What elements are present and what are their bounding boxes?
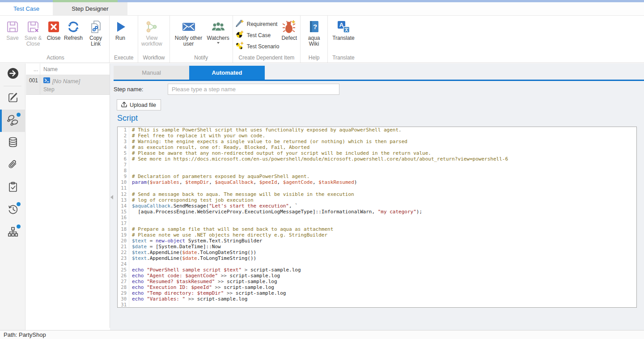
steps-badge bbox=[17, 113, 21, 117]
save-button[interactable]: Save bbox=[4, 17, 21, 41]
hierarchy-badge bbox=[17, 225, 21, 229]
code-line: 20$text = new-object System.Text.StringB… bbox=[118, 238, 636, 244]
active-tab-underline bbox=[114, 80, 644, 81]
code-line: 5# Please be aware that any non-redirect… bbox=[118, 150, 636, 156]
create-requirement-button[interactable]: Requirement bbox=[236, 19, 280, 29]
translate-button[interactable]: A Translate bbox=[331, 17, 356, 41]
database-icon bbox=[7, 136, 19, 150]
app-window: Test Case Step Designer Save Save & Clos… bbox=[0, 0, 644, 339]
panel-collapse-arrow-icon[interactable] bbox=[110, 195, 113, 199]
ribbon-group-notify: Notify other user Watchers Notify bbox=[169, 16, 233, 63]
code-line: 9# Declaration of parameters exposed by … bbox=[118, 174, 636, 179]
script-code-editor[interactable]: 1# This is sample PowerShell script that… bbox=[117, 127, 637, 308]
code-line: 19# Please note we use .NET objects here… bbox=[118, 232, 636, 238]
create-test-scenario-button[interactable]: Test Scenario bbox=[236, 41, 280, 51]
close-button[interactable]: Close bbox=[45, 17, 63, 41]
svg-text:?: ? bbox=[313, 23, 317, 30]
copy-link-label: Copy Link bbox=[85, 35, 106, 47]
create-test-case-button[interactable]: Test Case bbox=[236, 30, 280, 40]
view-workflow-button[interactable]: View workflow bbox=[140, 17, 163, 47]
tab-step-designer[interactable]: Step Designer bbox=[53, 2, 127, 15]
tab-automated[interactable]: Automated bbox=[189, 66, 265, 80]
sidebar-item-data[interactable] bbox=[0, 132, 25, 154]
ribbon: Save Save & Close Close bbox=[0, 16, 644, 63]
view-workflow-label: View workflow bbox=[141, 35, 162, 47]
arrow-right-circle-icon bbox=[7, 68, 19, 81]
column-header-more: ... bbox=[26, 64, 40, 75]
refresh-button[interactable]: Refresh bbox=[63, 17, 84, 41]
sidebar-item-hierarchy[interactable] bbox=[0, 221, 25, 244]
ribbon-group-help: ? aqua Wiki Help bbox=[300, 16, 327, 63]
code-line: 31 bbox=[118, 302, 636, 308]
translate-icon: A bbox=[337, 18, 350, 35]
upload-file-button[interactable]: Upload file bbox=[117, 99, 161, 110]
sidebar-item-steps[interactable] bbox=[0, 110, 25, 132]
steps-list-header: ... Name bbox=[26, 64, 110, 75]
step-name-input[interactable] bbox=[168, 84, 339, 95]
save-icon bbox=[6, 18, 19, 35]
code-line: 26echo "Agent code: $agentCode" >> scrip… bbox=[118, 273, 636, 279]
code-line: 3# Warning: the engine expects a single … bbox=[118, 139, 636, 144]
code-line: 16 bbox=[118, 215, 636, 220]
create-requirement-label: Requirement bbox=[247, 21, 278, 27]
code-line: 29echo "Temp directory: $tempDir" >> scr… bbox=[118, 290, 636, 296]
mail-icon bbox=[182, 18, 196, 35]
run-icon bbox=[114, 18, 127, 35]
sidebar-item-checklist[interactable] bbox=[0, 177, 25, 199]
test-case-icon bbox=[236, 30, 244, 40]
history-badge bbox=[17, 202, 21, 206]
copy-link-button[interactable]: Copy Link bbox=[84, 17, 107, 47]
sidebar-item-edit[interactable] bbox=[0, 87, 25, 110]
code-line: 15 [aqua.ProcessEngine.WebServiceProxy.E… bbox=[118, 209, 636, 215]
paperclip-icon bbox=[7, 159, 19, 172]
tab-manual[interactable]: Manual bbox=[114, 66, 189, 80]
code-line: 27echo "Resumed? $taskResumed" >> script… bbox=[118, 279, 636, 284]
code-line: 28echo "Execution ID: $peeId" >> script-… bbox=[118, 284, 636, 290]
step-name-label: Step name: bbox=[114, 86, 168, 93]
create-test-scenario-label: Test Scenario bbox=[247, 43, 280, 50]
code-line: 21$date = [System.DateTime]::Now bbox=[118, 244, 636, 250]
notify-other-user-label: Notify other user bbox=[173, 35, 204, 47]
code-line: 6# See more in https://docs.microsoft.co… bbox=[118, 156, 636, 162]
code-line: 18# Prepare a sample file that will be s… bbox=[118, 226, 636, 232]
left-sidebar bbox=[0, 64, 25, 330]
group-label-create-dependent-item: Create Dependent Item bbox=[235, 55, 298, 63]
step-row[interactable]: 001 [No Name] Step bbox=[26, 75, 110, 95]
tab-automated-label: Automated bbox=[212, 69, 242, 76]
watchers-button[interactable]: Watchers bbox=[206, 17, 231, 44]
tab-test-case[interactable]: Test Case bbox=[0, 2, 53, 15]
code-line: 11 bbox=[118, 185, 636, 191]
aqua-wiki-label: aqua Wiki bbox=[304, 35, 324, 47]
run-button[interactable]: Run bbox=[111, 17, 129, 41]
tab-test-case-label: Test Case bbox=[13, 5, 39, 12]
close-label: Close bbox=[47, 35, 61, 41]
sidebar-item-history[interactable] bbox=[0, 199, 25, 221]
watchers-icon bbox=[211, 18, 226, 35]
ribbon-group-translate: A Translate Translate bbox=[327, 16, 359, 63]
watchers-dropdown-caret bbox=[217, 42, 220, 44]
step-name-row: Step name: bbox=[114, 84, 339, 95]
code-lines: 1# This is sample PowerShell script that… bbox=[118, 127, 636, 308]
defect-icon bbox=[282, 18, 297, 35]
code-line: 12# Send a message back to aqua. The mes… bbox=[118, 191, 636, 197]
step-name-placeholder-text: [No Name] bbox=[52, 78, 80, 85]
tab-step-designer-label: Step Designer bbox=[72, 5, 108, 12]
aqua-wiki-button[interactable]: ? aqua Wiki bbox=[302, 17, 326, 47]
ribbon-group-actions: Save Save & Close Close bbox=[2, 16, 109, 63]
code-line: 10param($variables, $tempDir, $aquaCallb… bbox=[118, 179, 636, 185]
save-and-close-button[interactable]: Save & Close bbox=[21, 17, 45, 47]
group-label-help: Help bbox=[302, 55, 326, 63]
code-line: 7 bbox=[118, 162, 636, 168]
save-label: Save bbox=[6, 35, 18, 41]
ribbon-group-create-dependent-item: Requirement Test Case Test Scenario bbox=[233, 16, 300, 63]
sidebar-item-collapse[interactable] bbox=[0, 64, 25, 85]
test-scenario-icon bbox=[236, 42, 244, 51]
code-line: 4# as execution result, one of: Ready, B… bbox=[118, 144, 636, 150]
refresh-label: Refresh bbox=[64, 35, 83, 41]
wiki-book-icon: ? bbox=[307, 18, 321, 35]
clipboard-check-icon bbox=[7, 181, 19, 195]
create-defect-button[interactable]: Defect bbox=[280, 17, 298, 41]
ribbon-group-execute: Run Execute bbox=[109, 16, 138, 63]
notify-other-user-button[interactable]: Notify other user bbox=[172, 17, 206, 47]
sidebar-item-attachments[interactable] bbox=[0, 154, 25, 177]
